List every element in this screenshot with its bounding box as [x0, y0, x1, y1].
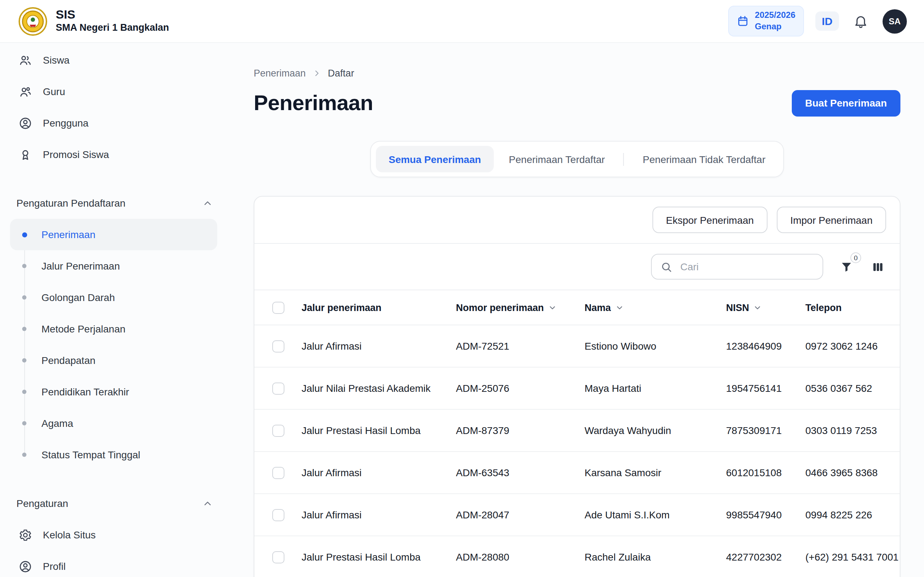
sidebar-item-penerimaan[interactable]: Penerimaan — [10, 219, 217, 250]
cell-telepon: 0466 3965 8368 — [805, 467, 900, 478]
search-input[interactable] — [679, 260, 814, 273]
cell-nomor: ADM-72521 — [456, 340, 585, 352]
sidebar-item-golongan-darah[interactable]: Golongan Darah — [10, 282, 217, 313]
cell-nisn: 1238464909 — [726, 340, 805, 352]
bullet-dot — [22, 327, 26, 331]
sidebar-item-profil[interactable]: Profil — [10, 551, 217, 577]
sort-chevron-icon — [615, 303, 624, 312]
table-row[interactable]: Jalur Prestasi Hasil Lomba ADM-87379 War… — [254, 410, 900, 452]
sidebar-item-label: Guru — [43, 86, 65, 97]
breadcrumb-current: Daftar — [328, 67, 354, 79]
bullet-dot — [22, 390, 26, 394]
sidebar-item-jalur-penerimaan[interactable]: Jalur Penerimaan — [10, 250, 217, 282]
filter-button[interactable]: 0 — [838, 258, 855, 275]
row-checkbox[interactable] — [272, 340, 284, 352]
columns-button[interactable] — [870, 258, 886, 275]
academic-term-selector[interactable]: 2025/2026 Genap — [728, 6, 804, 37]
tab-penerimaan-tidak-terdaftar[interactable]: Penerimaan Tidak Terdaftar — [630, 146, 778, 172]
sidebar-item-metode-perjalanan[interactable]: Metode Perjalanan — [10, 313, 217, 345]
create-penerimaan-button[interactable]: Buat Penerimaan — [791, 90, 900, 116]
row-checkbox[interactable] — [272, 382, 284, 394]
tab-divider — [623, 153, 624, 166]
column-header-telepon[interactable]: Telepon — [805, 302, 900, 313]
table-row[interactable]: Jalur Prestasi Hasil Lomba ADM-28080 Rac… — [254, 536, 900, 577]
filter-count-badge: 0 — [850, 252, 861, 263]
penerimaan-table: Jalur penerimaan Nomor penerimaan Nama — [254, 290, 900, 577]
cell-jalur: Jalur Afirmasi — [302, 340, 456, 352]
tab-penerimaan-terdaftar[interactable]: Penerimaan Terdaftar — [496, 146, 618, 172]
cell-telepon: 0994 8225 226 — [805, 509, 900, 521]
column-header-nama[interactable]: Nama — [585, 302, 726, 313]
column-header-nisn[interactable]: NISN — [726, 302, 805, 313]
sidebar-item-label: Golongan Darah — [42, 292, 115, 303]
card-toolbar: Ekspor Penerimaan Impor Penerimaan — [254, 197, 900, 243]
sidebar-section-pengaturan-pendaftaran[interactable]: Pengaturan Pendaftaran — [0, 187, 227, 219]
sidebar-item-label: Pengguna — [43, 117, 88, 129]
notifications-button[interactable] — [850, 11, 871, 31]
registration-settings-list: Penerimaan Jalur Penerimaan Golongan Dar… — [0, 219, 227, 471]
sidebar-item-agama[interactable]: Agama — [10, 408, 217, 439]
bullet-dot — [22, 453, 26, 457]
sidebar-section-pengaturan[interactable]: Pengaturan — [0, 488, 227, 519]
column-header-jalur-penerimaan[interactable]: Jalur penerimaan — [302, 302, 456, 313]
cell-nama: Rachel Zulaika — [585, 551, 726, 563]
table-row[interactable]: Jalur Afirmasi ADM-28047 Ade Utami S.I.K… — [254, 494, 900, 536]
term-semester: Genap — [755, 21, 795, 32]
sidebar-item-pendidikan-terakhir[interactable]: Pendidikan Terakhir — [10, 376, 217, 408]
sidebar-item-kelola-situs[interactable]: Kelola Situs — [10, 519, 217, 551]
bullet-dot — [22, 358, 26, 363]
breadcrumb: Penerimaan Daftar — [254, 67, 900, 79]
sidebar-item-pengguna[interactable]: Pengguna — [10, 107, 217, 139]
sidebar-item-pendapatan[interactable]: Pendapatan — [10, 345, 217, 376]
section-label: Pengaturan — [16, 498, 68, 509]
cell-jalur: Jalur Afirmasi — [302, 467, 456, 478]
bullet-dot — [22, 421, 26, 425]
school-logo — [19, 7, 47, 35]
cell-nomor: ADM-63543 — [456, 467, 585, 478]
sidebar-item-siswa[interactable]: Siswa — [10, 44, 217, 76]
cell-nama: Karsana Samosir — [585, 467, 726, 478]
search-box — [651, 254, 823, 280]
select-all-checkbox[interactable] — [272, 301, 284, 314]
sidebar-item-label: Jalur Penerimaan — [42, 260, 120, 272]
term-badge-text: 2025/2026 Genap — [755, 10, 795, 32]
brand: SIS SMA Negeri 1 Bangkalan — [19, 7, 169, 35]
page-title: Penerimaan — [254, 89, 373, 117]
cell-jalur: Jalur Afirmasi — [302, 509, 456, 521]
table-row[interactable]: Jalur Nilai Prestasi Akademik ADM-25076 … — [254, 367, 900, 410]
header-actions: 2025/2026 Genap ID SA — [728, 6, 907, 37]
cell-jalur: Jalur Prestasi Hasil Lomba — [302, 425, 456, 436]
sidebar-item-status-tempat-tinggal[interactable]: Status Tempat Tinggal — [10, 439, 217, 471]
row-checkbox[interactable] — [272, 551, 284, 563]
table-row[interactable]: Jalur Afirmasi ADM-63543 Karsana Samosir… — [254, 452, 900, 494]
cell-nomor: ADM-25076 — [456, 382, 585, 394]
row-checkbox[interactable] — [272, 467, 284, 479]
export-button[interactable]: Ekspor Penerimaan — [652, 206, 768, 233]
search-icon — [660, 261, 672, 273]
sort-chevron-icon — [754, 303, 762, 312]
column-label: Nomor penerimaan — [456, 302, 544, 313]
profile-icon — [19, 559, 32, 573]
import-button[interactable]: Impor Penerimaan — [777, 206, 886, 233]
school-name: SMA Negeri 1 Bangkalan — [56, 23, 169, 35]
bullet-dot — [22, 232, 27, 237]
column-header-nomor-penerimaan[interactable]: Nomor penerimaan — [456, 302, 585, 313]
breadcrumb-parent[interactable]: Penerimaan — [254, 67, 306, 79]
row-checkbox[interactable] — [272, 509, 284, 521]
table-row[interactable]: Jalur Afirmasi ADM-72521 Estiono Wibowo … — [254, 325, 900, 367]
language-switcher[interactable]: ID — [815, 11, 839, 31]
search-row: 0 — [254, 243, 900, 290]
sidebar-item-promosi-siswa[interactable]: Promosi Siswa — [10, 139, 217, 170]
cell-nama: Wardaya Wahyudin — [585, 425, 726, 436]
tabs: Semua Penerimaan Penerimaan Terdaftar Pe… — [370, 141, 784, 177]
user-avatar[interactable]: SA — [882, 9, 907, 33]
sidebar-item-guru[interactable]: Guru — [10, 76, 217, 107]
column-label: Jalur penerimaan — [302, 302, 382, 313]
cell-nomor: ADM-28080 — [456, 551, 585, 563]
tab-semua-penerimaan[interactable]: Semua Penerimaan — [376, 146, 494, 172]
row-checkbox[interactable] — [272, 424, 284, 437]
cell-nisn: 1954756141 — [726, 382, 805, 394]
sidebar: Siswa Guru Pengguna — [0, 43, 227, 577]
bell-icon — [853, 14, 868, 29]
sidebar-item-label: Pendidikan Terakhir — [42, 386, 129, 398]
